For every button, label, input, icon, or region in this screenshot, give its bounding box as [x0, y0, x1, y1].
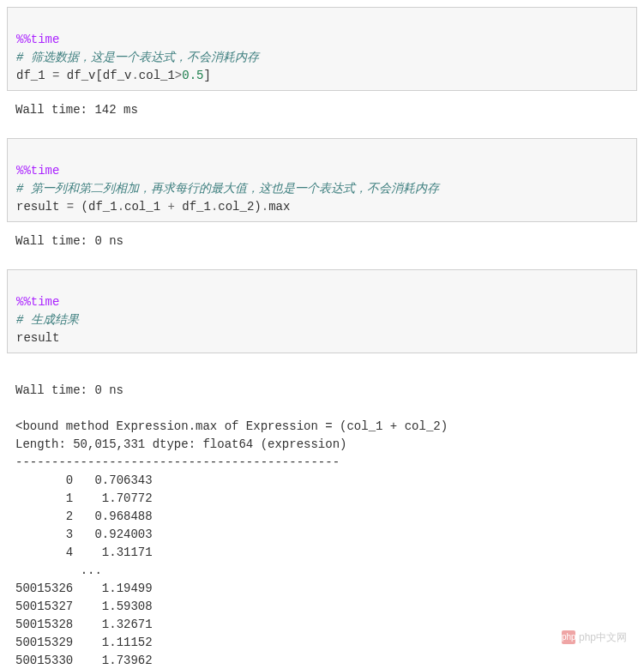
magic-command: %%time [16, 295, 59, 309]
result-length: Length: 50,015,331 dtype: float64 (expre… [15, 437, 346, 451]
data-row: 2 0.968488 [15, 509, 153, 523]
data-row: 0 0.706343 [15, 473, 153, 487]
data-row: 50015330 1.73962 [15, 654, 153, 667]
data-row: 1 1.70772 [15, 491, 153, 505]
data-row: 50015326 1.19499 [15, 582, 153, 595]
code-line: result = (df_1.col_1 + df_1.col_2).max [16, 200, 290, 214]
watermark: php php中文网 [562, 630, 627, 645]
result-header: <bound method Expression.max of Expressi… [15, 419, 448, 433]
magic-command: %%time [16, 164, 59, 178]
data-row: 50015329 1.11152 [15, 636, 153, 649]
data-row: 3 0.924003 [15, 527, 153, 541]
code-line: result [16, 331, 59, 345]
wall-time: Wall time: 0 ns [15, 383, 123, 397]
output-cell-2: Wall time: 0 ns [7, 231, 637, 259]
code-cell-1: %%time # 筛选数据，这是一个表达式，不会消耗内存 df_1 = df_v… [7, 7, 637, 91]
code-line: df_1 = df_v[df_v.col_1>0.5] [16, 69, 211, 82]
comment-line: # 筛选数据，这是一个表达式，不会消耗内存 [16, 51, 259, 64]
data-row: 50015328 1.32671 [15, 618, 153, 631]
watermark-text: php中文网 [579, 630, 627, 645]
comment-line: # 第一列和第二列相加，再求每行的最大值，这也是一个表达式，不会消耗内存 [16, 182, 439, 196]
code-cell-2: %%time # 第一列和第二列相加，再求每行的最大值，这也是一个表达式，不会消… [7, 138, 637, 222]
result-divider: ----------------------------------------… [15, 455, 340, 469]
output-cell-1: Wall time: 142 ms [7, 99, 637, 128]
watermark-logo-icon: php [562, 630, 575, 644]
data-row: 4 1.31171 [15, 545, 153, 559]
magic-command: %%time [16, 33, 59, 46]
data-row: 50015327 1.59308 [15, 600, 153, 613]
code-cell-3: %%time # 生成结果 result [7, 269, 637, 353]
comment-line: # 生成结果 [16, 313, 79, 327]
ellipsis: ... [15, 564, 102, 577]
output-cell-3: Wall time: 0 ns <bound method Expression… [7, 362, 637, 669]
